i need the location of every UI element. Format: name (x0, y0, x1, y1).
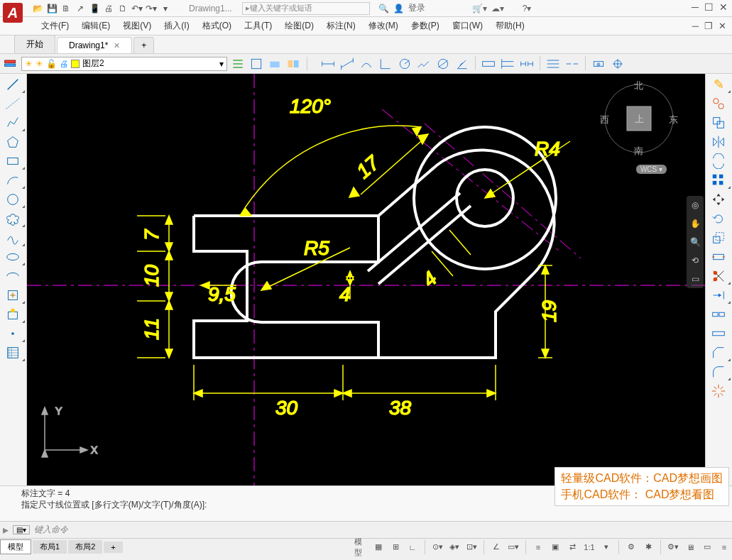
dim-ordinate-icon[interactable] (376, 56, 395, 72)
ellipse-arc-tool[interactable] (0, 267, 26, 285)
polygon-tool[interactable] (0, 133, 26, 151)
tab-start[interactable]: 开始 (14, 35, 55, 53)
tab-drawing1[interactable]: Drawing1* ✕ (57, 37, 132, 53)
minimize-button[interactable]: ─ (692, 1, 699, 13)
workspace-icon[interactable]: ⚙▾ (665, 540, 681, 554)
dim-angular-icon[interactable] (453, 56, 471, 72)
dim-diameter-icon[interactable] (434, 56, 452, 72)
trim-tool[interactable] (706, 267, 731, 285)
layer-states-icon[interactable] (230, 56, 246, 72)
menu-view[interactable]: 视图(V) (117, 18, 157, 34)
insert-block-tool[interactable] (0, 286, 26, 304)
nav-wheel-icon[interactable]: ◎ (689, 199, 701, 212)
rotate-tool[interactable] (706, 209, 731, 228)
preview-icon[interactable]: 🗋 (116, 2, 129, 15)
tab-close-icon[interactable]: ✕ (114, 41, 120, 50)
osnap-icon[interactable]: ⊡▾ (464, 540, 479, 554)
doc-restore-button[interactable]: ❐ (704, 21, 713, 31)
app-logo[interactable]: A (3, 3, 23, 23)
menu-window[interactable]: 窗口(W) (447, 18, 488, 34)
layer-match-icon[interactable] (285, 56, 301, 72)
compass-west[interactable]: 西 (600, 114, 609, 126)
menu-annotate[interactable]: 标注(N) (321, 18, 361, 34)
add-layout-tab[interactable]: + (104, 542, 122, 553)
nav-showmotion-icon[interactable]: ▭ (689, 273, 701, 285)
drawing-canvas[interactable]: 120° 17 R4 R5 7 10 11 9,5 (27, 74, 705, 485)
command-input[interactable]: 键入命令 (34, 524, 68, 536)
compass-north[interactable]: 北 (634, 79, 643, 92)
cleanscreen-icon[interactable]: ▭ (699, 540, 715, 554)
spline-tool[interactable] (0, 229, 26, 247)
grid-icon[interactable]: ▦ (371, 540, 386, 554)
menu-file[interactable]: 文件(F) (35, 18, 75, 34)
annoscale-dd[interactable]: ▾ (599, 540, 614, 554)
customize-icon[interactable]: ≡ (716, 540, 732, 554)
menu-edit[interactable]: 编辑(E) (76, 18, 116, 34)
layout2-tab[interactable]: 布局2 (68, 540, 102, 554)
mobile-icon[interactable]: 📱 (88, 2, 101, 15)
ellipse-tool[interactable] (0, 248, 26, 266)
array-tool[interactable] (706, 171, 731, 190)
help-icon[interactable]: ?▾ (523, 4, 532, 13)
dim-linear-icon[interactable] (319, 56, 337, 72)
revision-cloud-tool[interactable] (0, 209, 26, 228)
cross-move-tool[interactable] (706, 190, 731, 209)
iso-icon[interactable]: ◈▾ (447, 540, 462, 554)
hatch-tool[interactable] (0, 344, 26, 362)
move-tool[interactable] (706, 94, 731, 113)
nav-orbit-icon[interactable]: ⟲ (689, 254, 701, 267)
copy-tool[interactable] (706, 114, 731, 132)
menu-tools[interactable]: 工具(T) (239, 18, 278, 34)
chamfer-tool[interactable] (706, 344, 731, 362)
circle-tool[interactable] (0, 190, 26, 209)
dim-baseline-icon[interactable] (498, 56, 517, 72)
menu-draw[interactable]: 绘图(D) (279, 18, 319, 34)
layer-manager-icon[interactable] (3, 56, 18, 72)
compass-south[interactable]: 南 (634, 145, 643, 158)
layout1-tab[interactable]: 布局1 (33, 540, 67, 554)
snap-icon[interactable]: ⊞ (388, 540, 403, 554)
view-cube[interactable]: 上 北 南 东 西 (600, 79, 678, 158)
close-button[interactable]: ✕ (719, 1, 728, 13)
monitor-icon[interactable]: 🖥 (682, 540, 698, 554)
rectangle-tool[interactable] (0, 152, 26, 170)
dim-arc-icon[interactable] (357, 56, 376, 72)
dim-aligned-icon[interactable] (338, 56, 356, 72)
cart-icon[interactable]: 🛒▾ (472, 4, 487, 13)
ortho-icon[interactable]: ∟ (405, 540, 420, 554)
dim-continue-icon[interactable] (518, 56, 536, 72)
wcs-badge[interactable]: WCS ▾ (636, 165, 667, 174)
2d-icon[interactable]: ▭▾ (506, 540, 521, 554)
dim-break-icon[interactable] (563, 56, 581, 72)
scale-tool[interactable] (706, 229, 731, 247)
menu-help[interactable]: 帮助(H) (490, 18, 530, 34)
open-icon[interactable]: 📂 (31, 2, 44, 15)
export-icon[interactable]: ↗ (74, 2, 87, 15)
menu-params[interactable]: 参数(P) (405, 18, 445, 34)
search-input[interactable]: ▸ 键入关键字或短语 (242, 2, 370, 15)
layer-selector[interactable]: ☀☀ 🔓🖨 图层2 ▾ (21, 57, 227, 71)
explode-tool[interactable] (706, 382, 731, 400)
stretch-tool[interactable] (706, 248, 731, 266)
saveas-icon[interactable]: 🗎 (60, 2, 72, 15)
offset-tool[interactable] (706, 152, 731, 170)
cycling-icon[interactable]: ⇄ (564, 540, 580, 554)
compass-east[interactable]: 东 (669, 114, 678, 126)
dim-tolerance-icon[interactable]: ⊕ (589, 56, 608, 72)
menu-insert[interactable]: 插入(I) (158, 18, 195, 34)
tab-add-button[interactable]: + (133, 37, 154, 53)
lineweight-icon[interactable]: ≡ (530, 540, 546, 554)
otrack-icon[interactable]: ∠ (488, 540, 504, 554)
construction-line-tool[interactable] (0, 94, 26, 113)
save-icon[interactable]: 💾 (45, 2, 58, 15)
nav-zoom-icon[interactable]: 🔍 (689, 236, 701, 248)
undo-icon[interactable]: ↶▾ (131, 2, 143, 15)
break-tool[interactable] (706, 305, 731, 324)
print-icon[interactable]: 🖨 (102, 2, 115, 15)
more-icon[interactable]: ▾ (159, 2, 172, 15)
polar-icon[interactable]: ⊙▾ (430, 540, 445, 554)
binoculars-icon[interactable]: 🔍 (378, 4, 389, 13)
layer-iso-icon[interactable] (248, 56, 264, 72)
nav-pan-icon[interactable]: ✋ (689, 217, 701, 230)
cloud-icon[interactable]: ☁▾ (491, 4, 504, 13)
